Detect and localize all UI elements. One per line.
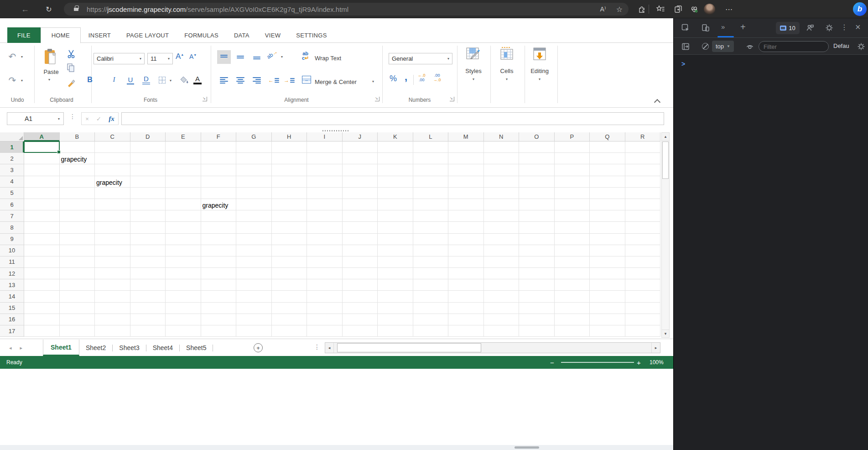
grid-cell-B14[interactable]: [60, 291, 95, 302]
grid-cell-G7[interactable]: [236, 210, 272, 222]
back-icon[interactable]: ←: [18, 0, 32, 18]
grid-cell-J16[interactable]: [343, 314, 378, 325]
paste-dropdown-icon[interactable]: ▾: [48, 78, 50, 82]
grid-cell-R13[interactable]: [625, 279, 661, 291]
grid-cell-R10[interactable]: [625, 245, 661, 256]
grid-cell-B7[interactable]: [60, 210, 95, 222]
grid-cell-L13[interactable]: [413, 279, 449, 291]
column-header-Q[interactable]: Q: [590, 132, 625, 141]
grid-cell-O17[interactable]: [519, 325, 555, 337]
grid-cell-Q9[interactable]: [590, 234, 625, 245]
grid-cell-J7[interactable]: [343, 210, 378, 222]
select-all-corner[interactable]: [0, 132, 24, 141]
grid-cell-A9[interactable]: [24, 234, 60, 245]
grid-cell-L1[interactable]: [413, 141, 449, 153]
grid-cell-Q14[interactable]: [590, 291, 625, 302]
grid-cell-A5[interactable]: [24, 188, 60, 199]
grid-cell-G15[interactable]: [236, 303, 272, 314]
grid-cell-F9[interactable]: [201, 234, 237, 245]
grid-cell-R4[interactable]: [625, 176, 661, 188]
issues-icon[interactable]: [806, 24, 814, 32]
column-header-H[interactable]: H: [272, 132, 307, 141]
device-toolbar-icon[interactable]: [702, 24, 710, 32]
grid-cell-B9[interactable]: [60, 234, 95, 245]
grid-cell-L5[interactable]: [413, 188, 449, 199]
grid-cell-A4[interactable]: [24, 176, 60, 188]
favorite-star-icon[interactable]: ☆: [613, 0, 626, 18]
cancel-icon[interactable]: ×: [85, 115, 89, 122]
grid-cell-E1[interactable]: [166, 141, 201, 153]
grid-cell-H5[interactable]: [272, 188, 307, 199]
grid-cell-C6[interactable]: [95, 199, 130, 210]
grid-cell-E6[interactable]: [166, 199, 201, 210]
grid-cell-H6[interactable]: [272, 199, 307, 210]
redo-button[interactable]: ↷: [6, 75, 18, 86]
zoom-slider[interactable]: [561, 362, 634, 363]
grid-cell-O9[interactable]: [519, 234, 555, 245]
grid-cell-N13[interactable]: [484, 279, 520, 291]
bing-chat-icon[interactable]: b: [853, 2, 867, 16]
grid-cell-M6[interactable]: [448, 199, 484, 210]
grid-cell-D17[interactable]: [130, 325, 166, 337]
grid-cell-E11[interactable]: [166, 256, 201, 268]
grid-cell-G10[interactable]: [236, 245, 272, 256]
grid-cell-H2[interactable]: [272, 153, 307, 164]
column-header-D[interactable]: D: [130, 132, 166, 141]
grid-cell-D13[interactable]: [130, 279, 166, 291]
grid-cell-C14[interactable]: [95, 291, 130, 302]
column-header-I[interactable]: I: [307, 132, 343, 141]
grid-cell-B6[interactable]: [60, 199, 95, 210]
grid-cell-D6[interactable]: [130, 199, 166, 210]
grid-cell-C9[interactable]: [95, 234, 130, 245]
grid-cell-P16[interactable]: [555, 314, 590, 325]
grid-cell-F6[interactable]: grapecity: [201, 199, 237, 210]
console-messages-badge[interactable]: 10: [776, 22, 800, 34]
grid-cell-B11[interactable]: [60, 256, 95, 268]
grid-cell-E4[interactable]: [166, 176, 201, 188]
grid-cell-J4[interactable]: [343, 176, 378, 188]
grid-cell-P5[interactable]: [555, 188, 590, 199]
grid-cell-J1[interactable]: [343, 141, 378, 153]
grid-cell-A7[interactable]: [24, 210, 60, 222]
grid-cell-G11[interactable]: [236, 256, 272, 268]
grid-cell-D8[interactable]: [130, 222, 166, 233]
grid-cell-C16[interactable]: [95, 314, 130, 325]
grid-cell-C15[interactable]: [95, 303, 130, 314]
align-bottom-button[interactable]: [250, 50, 264, 64]
grid-cell-P3[interactable]: [555, 164, 590, 176]
devtools-menu-dots-icon[interactable]: ⋮: [841, 23, 848, 31]
grid-cell-H8[interactable]: [272, 222, 307, 233]
grid-cell-L11[interactable]: [413, 256, 449, 268]
grid-cell-E8[interactable]: [166, 222, 201, 233]
paste-label[interactable]: Paste: [41, 68, 61, 75]
grid-cell-P4[interactable]: [555, 176, 590, 188]
grid-cell-F1[interactable]: [201, 141, 237, 153]
grid-cell-M10[interactable]: [448, 245, 484, 256]
grid-cell-A2[interactable]: [24, 153, 60, 164]
grid-cell-J2[interactable]: [343, 153, 378, 164]
grid-cell-D9[interactable]: [130, 234, 166, 245]
refresh-icon[interactable]: ↻: [42, 0, 56, 18]
grid-cell-N17[interactable]: [484, 325, 520, 337]
extensions-icon[interactable]: [638, 5, 647, 14]
grid-cell-J12[interactable]: [343, 268, 378, 279]
row-header-4[interactable]: 4: [0, 176, 24, 188]
row-header-16[interactable]: 16: [0, 314, 24, 325]
grid-cell-H17[interactable]: [272, 325, 307, 337]
orientation-icon[interactable]: ab→: [265, 48, 279, 60]
grid-cell-B4[interactable]: [60, 176, 95, 188]
grid-cell-C12[interactable]: [95, 268, 130, 279]
grid-cell-I5[interactable]: [307, 188, 343, 199]
column-header-F[interactable]: F: [201, 132, 237, 141]
grid-cell-E10[interactable]: [166, 245, 201, 256]
grid-cell-J11[interactable]: [343, 256, 378, 268]
grid-cell-H16[interactable]: [272, 314, 307, 325]
grid-cell-M12[interactable]: [448, 268, 484, 279]
column-header-B[interactable]: B: [60, 132, 95, 141]
grid-cell-R9[interactable]: [625, 234, 661, 245]
grid-cell-I14[interactable]: [307, 291, 343, 302]
page-scroll-thumb[interactable]: [515, 446, 539, 449]
grid-cell-A3[interactable]: [24, 164, 60, 176]
italic-button[interactable]: I: [110, 76, 118, 84]
horizontal-scroll-thumb[interactable]: [337, 343, 481, 352]
